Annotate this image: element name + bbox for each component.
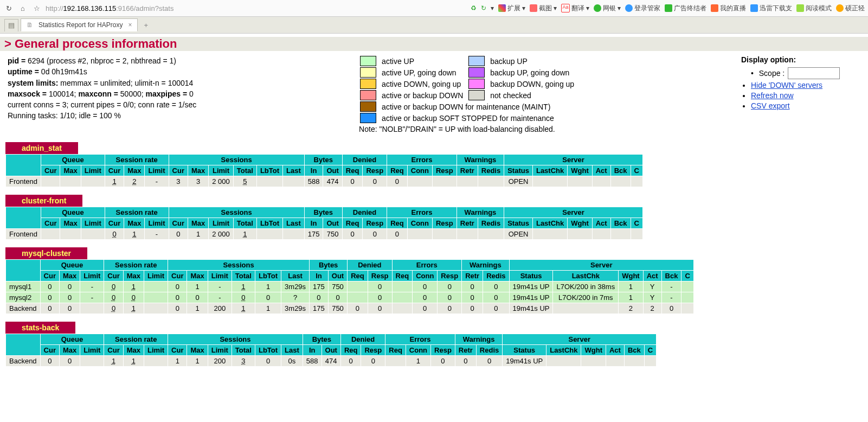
process-info: pid = 6294 (process #2, nbproc = 2, nbth… — [8, 55, 196, 122]
ext-extension[interactable]: 扩展 ▾ — [498, 4, 525, 13]
refresh-link[interactable]: Refresh now — [751, 91, 794, 100]
ext-recycle2-icon[interactable]: ↻ — [481, 4, 486, 12]
dropdown-icon[interactable]: ▾ — [491, 4, 494, 12]
browser-toolbar: ↻ ⌂ ☆ http://192.168.136.115:9166/admin?… — [0, 0, 868, 17]
tab-strip: ▤ 🗎 Statistics Report for HAProxy × + — [0, 17, 868, 34]
ext-bank[interactable]: 网银 ▾ — [594, 4, 621, 13]
swatch-not-checked — [468, 90, 485, 100]
swatch-backup-down-going-up — [468, 79, 485, 89]
section-link-cluster-front[interactable]: cluster-front — [5, 195, 82, 207]
reload-button[interactable]: ↻ — [3, 3, 14, 14]
extension-area: ♻ ↻ ▾ 扩展 ▾ 截图 ▾ Aa翻译 ▾ 网银 ▾ 登录管家 广告终结者 我… — [471, 4, 865, 13]
ext-thunder[interactable]: 迅雷下载支 — [750, 4, 792, 13]
legend-note: Note: "NOLB"/"DRAIN" = UP with load-bala… — [359, 124, 578, 133]
ext-login[interactable]: 登录管家 — [625, 4, 660, 13]
status-legend: active UP backup UP active UP, going dow… — [359, 55, 578, 133]
section-link-stats-back[interactable]: stats-back — [5, 322, 75, 334]
swatch-backup-up-going-down — [468, 67, 485, 78]
url-path: :9166/admin?stats — [116, 4, 173, 12]
tab-title: Statistics Report for HAProxy — [38, 21, 123, 29]
ext-adblock[interactable]: 广告终结者 — [665, 4, 706, 13]
section-admin_stat: admin_stat Queue Session rate Sessions B… — [5, 142, 868, 187]
ext-recycle-icon[interactable]: ♻ — [471, 4, 477, 12]
swatch-backup-up — [468, 56, 485, 66]
stats-table: Queue Session rate Sessions Bytes Denied… — [5, 154, 643, 187]
swatch-maint — [360, 101, 376, 112]
swatch-active-up-going-down — [360, 67, 376, 78]
ext-shuo[interactable]: 硕正轻 — [836, 4, 865, 13]
swatch-down — [360, 90, 376, 100]
bookmark-button[interactable]: ☆ — [31, 3, 42, 14]
tab-haproxy-stats[interactable]: 🗎 Statistics Report for HAProxy × — [21, 18, 138, 31]
stats-table: Queue Session rate Sessions Bytes Denied… — [5, 259, 694, 314]
home-button[interactable]: ⌂ — [17, 3, 28, 14]
table-row: mysql2 00- 00 00-00? 00 0 00 00 19m41s U… — [6, 292, 694, 303]
section-mysql-cluster: mysql-cluster Queue Session rate Session… — [5, 247, 868, 314]
swatch-soft-stopped — [360, 113, 376, 123]
ext-reader[interactable]: 阅读模式 — [796, 4, 832, 13]
home-tab[interactable]: ▤ — [4, 19, 18, 31]
new-tab-button[interactable]: + — [140, 19, 152, 31]
scope-label: Scope : — [759, 69, 785, 78]
display-options: Display option: • Scope : Hide 'DOWN' se… — [741, 55, 860, 112]
address-bar[interactable]: http://192.168.136.115:9166/admin?stats — [46, 4, 173, 12]
ext-screenshot[interactable]: 截图 ▾ — [530, 4, 557, 13]
page-file-icon: 🗎 — [27, 21, 33, 29]
url-protocol: http:// — [46, 4, 63, 12]
swatch-active-up — [360, 56, 376, 66]
table-row: Frontend 01- 012 0001 175750 00 0 OPEN — [6, 229, 643, 240]
csv-export-link[interactable]: CSV export — [751, 101, 790, 110]
swatch-active-down-going-up — [360, 79, 376, 89]
scope-input[interactable] — [788, 67, 840, 79]
options-header: Display option: — [741, 55, 860, 64]
page-content: > General process information pid = 6294… — [0, 37, 868, 385]
table-row: mysql1 00- 01 01-113m29s 175750 0 00 00 … — [6, 282, 694, 292]
section-cluster-front: cluster-front Queue Session rate Session… — [5, 195, 868, 240]
url-host: 192.168.136.115 — [63, 4, 117, 12]
hide-down-link[interactable]: Hide 'DOWN' servers — [751, 81, 822, 89]
section-link-admin_stat[interactable]: admin_stat — [5, 142, 78, 154]
ext-translate[interactable]: Aa翻译 ▾ — [561, 4, 589, 13]
table-row: Frontend 12- 332 0005 588474 00 0 OPEN — [6, 176, 643, 187]
section-stats-back: stats-back Queue Session rate Sessions B… — [5, 322, 868, 367]
section-link-mysql-cluster[interactable]: mysql-cluster — [5, 247, 87, 259]
page-title: > General process information — [0, 37, 868, 51]
stats-table: Queue Session rate Sessions Bytes Denied… — [5, 334, 657, 367]
table-row: Backend 00 11 11200300s 588474 00 10 00 … — [6, 356, 657, 367]
table-row: Backend 00 01 01200113m29s 175750 00 00 … — [6, 303, 694, 314]
stats-table: Queue Session rate Sessions Bytes Denied… — [5, 207, 643, 240]
ext-live[interactable]: 我的直播 — [711, 4, 746, 13]
close-tab-icon[interactable]: × — [128, 21, 132, 29]
